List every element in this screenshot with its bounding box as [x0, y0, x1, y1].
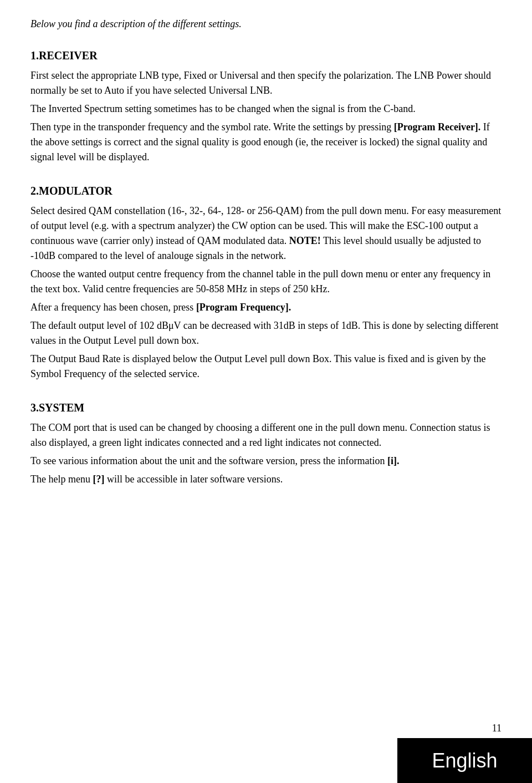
intro-text: Below you find a description of the diff…	[30, 17, 502, 32]
modulator-para-5: The Output Baud Rate is displayed below …	[30, 352, 502, 382]
section-modulator: 2.MODULATOR Select desired QAM constella…	[30, 182, 502, 382]
section-body-system: The COM port that is used can be changed…	[30, 420, 502, 487]
receiver-para-1: First select the appropriate LNB type, F…	[30, 68, 502, 98]
system-para-1: The COM port that is used can be changed…	[30, 420, 502, 450]
modulator-para-2: Choose the wanted output centre frequenc…	[30, 267, 502, 297]
language-label: English	[432, 746, 497, 776]
section-body-modulator: Select desired QAM constellation (16-, 3…	[30, 204, 502, 382]
modulator-para-3: After a frequency has been chosen, press…	[30, 300, 502, 315]
page-number: 11	[492, 721, 502, 736]
receiver-para-2: The Inverted Spectrum setting sometimes …	[30, 101, 502, 116]
section-title-modulator: 2.MODULATOR	[30, 182, 502, 199]
modulator-para-4: The default output level of 102 dBμV can…	[30, 318, 502, 348]
section-receiver: 1.RECEIVER First select the appropriate …	[30, 47, 502, 165]
system-para-2: To see various information about the uni…	[30, 454, 502, 469]
system-para-3: The help menu [?] will be accessible in …	[30, 472, 502, 487]
receiver-para-3: Then type in the transponder frequency a…	[30, 120, 502, 165]
section-body-receiver: First select the appropriate LNB type, F…	[30, 68, 502, 165]
modulator-para-1: Select desired QAM constellation (16-, 3…	[30, 204, 502, 263]
section-system: 3.SYSTEM The COM port that is used can b…	[30, 399, 502, 487]
section-title-system: 3.SYSTEM	[30, 399, 502, 416]
page-content: Below you find a description of the diff…	[0, 0, 532, 571]
section-title-receiver: 1.RECEIVER	[30, 47, 502, 64]
language-badge: English	[397, 738, 532, 783]
